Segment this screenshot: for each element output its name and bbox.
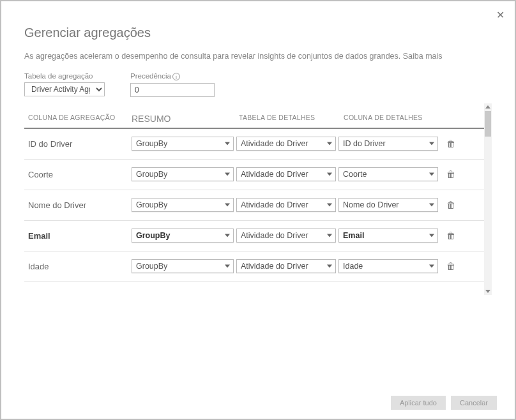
chevron-down-icon — [225, 142, 230, 146]
chevron-down-icon — [429, 234, 434, 237]
column-headers: COLUNA DE AGREGAÇÃO RESUMO TABELA DE DET… — [24, 114, 492, 124]
detail-table-select[interactable]: Atividade do Driver — [236, 198, 336, 212]
detail-column-select-value: Coorte — [343, 170, 367, 179]
scroll-up-icon[interactable] — [485, 105, 490, 109]
agg-column-name: Coorte — [24, 170, 129, 179]
close-icon[interactable]: ✕ — [494, 10, 506, 22]
detail-table-select-value: Atividade do Driver — [241, 262, 308, 271]
detail-table-select-cell: Atividade do Driver — [236, 198, 336, 212]
detail-table-select[interactable]: Atividade do Driver — [236, 229, 336, 243]
trash-icon[interactable]: 🗑 — [446, 200, 456, 210]
precedence-label: Precedênciai — [130, 72, 215, 80]
aggregation-grid: COLUNA DE AGREGAÇÃO RESUMO TABELA DE DET… — [24, 128, 492, 282]
header-summary: RESUMO — [132, 114, 239, 124]
summary-select-cell: GroupBy — [132, 229, 234, 243]
chevron-down-icon — [225, 173, 230, 176]
detail-column-select-cell: Email — [338, 229, 438, 243]
detail-column-select-value: Email — [343, 231, 364, 240]
info-icon[interactable]: i — [172, 73, 180, 80]
trash-icon[interactable]: 🗑 — [446, 261, 456, 271]
rows-container: ID do DriverGroupByAtividade do DriverID… — [24, 129, 492, 282]
summary-select-cell: GroupBy — [132, 198, 234, 212]
cancel-button[interactable]: Cancelar — [451, 396, 497, 410]
summary-select-cell: GroupBy — [132, 167, 234, 181]
summary-select-value: GroupBy — [136, 231, 170, 240]
header-detail-table: TABELA DE DETALHES — [239, 114, 344, 124]
chevron-down-icon — [429, 142, 434, 146]
table-row: CoorteGroupByAtividade do DriverCoorte🗑 — [24, 160, 492, 190]
table-row: Nome do DriverGroupByAtividade do Driver… — [24, 190, 492, 221]
dialog-subtitle: As agregações aceleram o desempenho de c… — [24, 52, 492, 61]
detail-column-select-cell: Idade — [338, 259, 438, 273]
detail-table-select[interactable]: Atividade do Driver — [236, 167, 336, 181]
detail-column-select[interactable]: ID do Driver — [338, 137, 438, 151]
summary-select-value: GroupBy — [136, 170, 167, 179]
detail-table-select[interactable]: Atividade do Driver — [236, 259, 336, 273]
scroll-thumb[interactable] — [485, 111, 491, 137]
detail-column-select-value: Nome do Driver — [343, 200, 399, 209]
precedence-label-text: Precedência — [130, 72, 171, 80]
summary-select-cell: GroupBy — [132, 137, 234, 151]
detail-table-select-value: Atividade do Driver — [241, 231, 308, 240]
chevron-down-icon — [327, 265, 332, 268]
chevron-down-icon — [327, 204, 332, 207]
chevron-down-icon — [327, 234, 332, 237]
scrollbar[interactable] — [484, 103, 492, 295]
scroll-down-icon[interactable] — [485, 290, 490, 293]
summary-select[interactable]: GroupBy — [132, 259, 234, 273]
precedence-input[interactable] — [130, 83, 215, 97]
agg-column-name: ID do Driver — [24, 139, 129, 149]
precedence-field: Precedênciai — [130, 72, 215, 97]
summary-select-value: GroupBy — [136, 262, 167, 271]
detail-table-select-value: Atividade do Driver — [241, 200, 308, 209]
agg-table-field: Tabela de agregação Driver Activity Agg — [24, 72, 105, 97]
detail-column-select-value: Idade — [343, 262, 363, 271]
chevron-down-icon — [429, 173, 434, 176]
header-detail-column: COLUNA DE DETALHES — [344, 114, 448, 124]
summary-select[interactable]: GroupBy — [132, 229, 234, 243]
summary-select-value: GroupBy — [136, 200, 167, 209]
detail-table-select-cell: Atividade do Driver — [236, 229, 336, 243]
chevron-down-icon — [327, 173, 332, 176]
summary-select[interactable]: GroupBy — [132, 198, 234, 212]
subtitle-text: As agregações aceleram o desempenho de c… — [24, 52, 403, 61]
table-row: IdadeGroupByAtividade do DriverIdade🗑 — [24, 251, 492, 282]
detail-table-select-value: Atividade do Driver — [241, 139, 308, 148]
detail-column-select[interactable]: Nome do Driver — [338, 198, 438, 212]
agg-column-name: Nome do Driver — [24, 200, 129, 210]
summary-select-value: GroupBy — [136, 139, 167, 148]
detail-column-select-cell: Coorte — [338, 167, 438, 181]
chevron-down-icon — [429, 265, 434, 268]
summary-select[interactable]: GroupBy — [132, 167, 234, 181]
detail-column-select-value: ID do Driver — [343, 139, 386, 148]
detail-column-select[interactable]: Idade — [338, 259, 438, 273]
detail-column-select[interactable]: Coorte — [338, 167, 438, 181]
trash-icon[interactable]: 🗑 — [446, 139, 456, 149]
table-row: EmailGroupByAtividade do DriverEmail🗑 — [24, 221, 492, 251]
learn-more-link[interactable]: Saiba mais — [403, 52, 443, 61]
header-agg-column: COLUNA DE AGREGAÇÃO — [24, 114, 132, 124]
trash-icon[interactable]: 🗑 — [446, 230, 456, 241]
detail-column-select-cell: ID do Driver — [338, 137, 438, 151]
detail-table-select[interactable]: Atividade do Driver — [236, 137, 336, 151]
summary-select-cell: GroupBy — [132, 259, 234, 273]
detail-table-select-cell: Atividade do Driver — [236, 259, 336, 273]
agg-table-select[interactable]: Driver Activity Agg — [24, 82, 105, 96]
table-row: ID do DriverGroupByAtividade do DriverID… — [24, 129, 492, 160]
chevron-down-icon — [225, 204, 230, 207]
summary-select[interactable]: GroupBy — [132, 137, 234, 151]
detail-table-select-cell: Atividade do Driver — [236, 137, 336, 151]
agg-table-label: Tabela de agregação — [24, 72, 105, 80]
agg-column-name: Idade — [24, 262, 129, 271]
detail-table-select-value: Atividade do Driver — [241, 170, 308, 179]
detail-column-select[interactable]: Email — [338, 229, 438, 243]
apply-all-button[interactable]: Aplicar tudo — [391, 396, 446, 410]
detail-column-select-cell: Nome do Driver — [338, 198, 438, 212]
chevron-down-icon — [225, 234, 230, 237]
trash-icon[interactable]: 🗑 — [446, 169, 456, 179]
chevron-down-icon — [225, 265, 230, 268]
manage-aggregations-dialog: ✕ Gerenciar agregações As agregações ace… — [1, 1, 515, 419]
chevron-down-icon — [429, 204, 434, 207]
top-fields: Tabela de agregação Driver Activity Agg … — [24, 72, 492, 97]
dialog-title: Gerenciar agregações — [24, 26, 492, 40]
